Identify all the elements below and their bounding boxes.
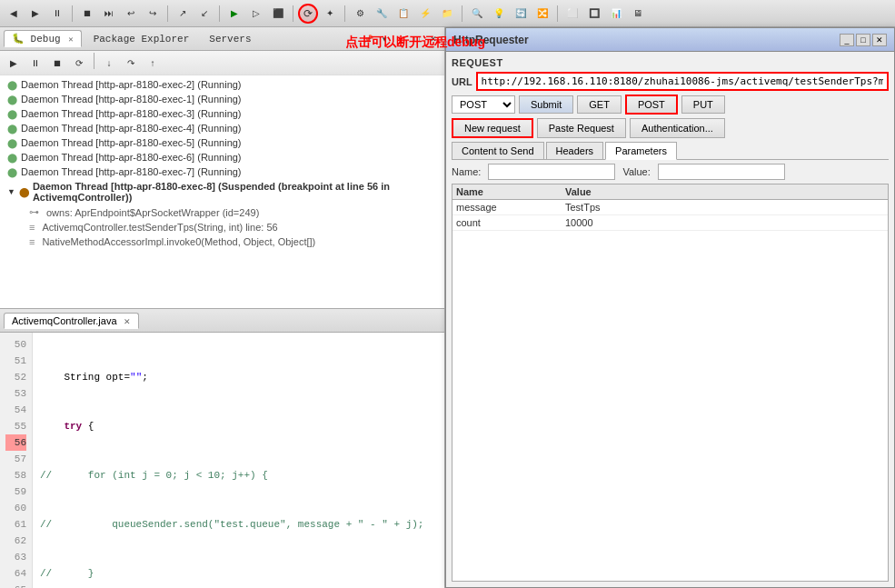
toolbar-btn-7[interactable]: ↪ <box>143 4 163 24</box>
thread-icon-1: ⬤ <box>7 95 17 105</box>
tab-debug[interactable]: 🐛 Debug ✕ <box>4 30 82 47</box>
thread-item-7[interactable]: ▼ ⬤ Daemon Thread [http-apr-8180-exec-8]… <box>0 179 444 204</box>
toolbar-btn-4[interactable]: ⏹ <box>77 4 97 24</box>
url-label: URL <box>452 76 472 87</box>
ln-65: 65 <box>5 582 26 588</box>
authentication-button[interactable]: Authentication... <box>630 118 725 138</box>
toolbar-btn-11[interactable]: ✦ <box>320 4 340 24</box>
dialog-minimize[interactable]: _ <box>840 34 854 46</box>
toolbar-btn-16[interactable]: 📁 <box>437 4 457 24</box>
dialog-maximize[interactable]: □ <box>856 34 870 46</box>
debug-panel-pin[interactable]: 📌 <box>361 32 375 46</box>
thread-sub-2[interactable]: ≡ NativeMethodAccessorImpl.invoke0(Metho… <box>0 234 444 249</box>
resume-btn[interactable]: ▶ <box>4 53 24 73</box>
toolbar-btn-2[interactable]: ▶ <box>25 4 45 24</box>
get-button[interactable]: GET <box>577 95 622 114</box>
name-field-input[interactable] <box>488 164 615 180</box>
thread-name-0: Daemon Thread [http-apr-8180-exec-2] (Ru… <box>21 79 242 90</box>
toolbar-btn-12[interactable]: ⚙ <box>350 4 370 24</box>
thread-item-0[interactable]: ⬤ Daemon Thread [http-apr-8180-exec-2] (… <box>0 77 444 92</box>
tab-parameters[interactable]: Parameters <box>605 142 677 160</box>
toolbar-btn-5[interactable]: ⏭ <box>99 4 119 24</box>
thread-expand-7[interactable]: ▼ <box>7 187 15 196</box>
thread-name-1: Daemon Thread [http-apr-8180-exec-1] (Ru… <box>21 94 242 105</box>
toolbar-btn-23[interactable]: 📊 <box>606 4 626 24</box>
tab-servers[interactable]: Servers <box>201 31 259 47</box>
thread-sub-0[interactable]: ⊶ owns: AprEndpoint$AprSocketWrapper (id… <box>0 204 444 220</box>
toolbar-btn-19[interactable]: 🔄 <box>511 4 531 24</box>
disconnect-debug-button[interactable]: ⟳ <box>298 4 318 24</box>
debug-tab-close[interactable]: ✕ <box>68 35 73 45</box>
ln-50: 50 <box>5 336 26 353</box>
debug-panel-min[interactable]: _ <box>393 32 408 46</box>
editor-tab-close[interactable]: ✕ <box>124 317 131 326</box>
submit-button[interactable]: Submit <box>519 95 573 114</box>
toolbar-btn-15[interactable]: ⚡ <box>415 4 435 24</box>
step-into-btn[interactable]: ↓ <box>99 53 119 73</box>
ln-51: 51 <box>5 353 26 369</box>
toolbar-btn-6[interactable]: ↩ <box>121 4 141 24</box>
tab-content-to-send[interactable]: Content to Send <box>452 142 544 159</box>
paste-request-button[interactable]: Paste Request <box>537 118 626 138</box>
toolbar-btn-3[interactable]: ⏸ <box>47 4 67 24</box>
toolbar-btn-13[interactable]: 🔧 <box>372 4 392 24</box>
tab-headers[interactable]: Headers <box>546 142 604 159</box>
thread-item-6[interactable]: ⬤ Daemon Thread [http-apr-8180-exec-7] (… <box>0 164 444 179</box>
editor-tab-activemq[interactable]: ActivemqController.java ✕ <box>4 313 139 329</box>
toolbar-btn-24[interactable]: 🖥 <box>628 4 648 24</box>
method-select[interactable]: POST GET PUT DELETE <box>452 95 515 114</box>
dialog-close[interactable]: ✕ <box>872 34 887 46</box>
toolbar-btn-10[interactable]: ⬛ <box>268 4 288 24</box>
toolbar-btn-14[interactable]: 📋 <box>393 4 413 24</box>
ln-63: 63 <box>5 549 26 565</box>
value-field-input[interactable] <box>658 164 785 180</box>
debug-panel-close[interactable]: ✕ <box>426 32 441 46</box>
thread-item-1[interactable]: ⬤ Daemon Thread [http-apr-8180-exec-1] (… <box>0 92 444 106</box>
sep-6 <box>462 5 462 22</box>
stack-icon-2: ≡ <box>29 236 35 247</box>
dbg-sep <box>94 53 94 69</box>
put-button[interactable]: PUT <box>681 95 725 114</box>
toolbar-btn-debug-run[interactable]: ▷ <box>246 4 266 24</box>
thread-item-5[interactable]: ⬤ Daemon Thread [http-apr-8180-exec-6] (… <box>0 150 444 164</box>
debug-panel-tabs: 🐛 Debug ✕ Package Explorer Servers 📌 ▾ _… <box>0 27 444 51</box>
ln-54: 54 <box>5 402 26 418</box>
toolbar-btn-18[interactable]: 💡 <box>489 4 509 24</box>
debug-toolbar: ▶ ⏸ ⏹ ⟳ ↓ ↷ ↑ <box>0 51 444 75</box>
toolbar-btn-9[interactable]: ↙ <box>194 4 214 24</box>
thread-item-2[interactable]: ⬤ Daemon Thread [http-apr-8180-exec-3] (… <box>0 106 444 121</box>
thread-name-6: Daemon Thread [http-apr-8180-exec-7] (Ru… <box>21 166 242 177</box>
step-over-btn[interactable]: ↷ <box>121 53 141 73</box>
ln-58: 58 <box>5 467 26 483</box>
debug-panel-max[interactable]: □ <box>410 32 424 46</box>
toolbar-btn-8[interactable]: ↗ <box>173 4 193 24</box>
ln-61: 61 <box>5 516 26 533</box>
toolbar-btn-17[interactable]: 🔍 <box>467 4 487 24</box>
debug-panel-menu[interactable]: ▾ <box>377 32 392 46</box>
toolbar-btn-run[interactable]: ▶ <box>224 4 244 24</box>
toolbar-btn-22[interactable]: 🔲 <box>584 4 604 24</box>
url-input[interactable] <box>476 72 889 91</box>
thread-name-3: Daemon Thread [http-apr-8180-exec-4] (Ru… <box>21 123 242 134</box>
thread-item-4[interactable]: ⬤ Daemon Thread [http-apr-8180-exec-5] (… <box>0 135 444 150</box>
editor-tab-label: ActivemqController.java <box>12 315 117 326</box>
toolbar-btn-20[interactable]: 🔀 <box>532 4 552 24</box>
new-request-button[interactable]: New request <box>452 118 533 138</box>
thread-icon-0: ⬤ <box>7 80 17 90</box>
step-return-btn[interactable]: ↑ <box>143 53 163 73</box>
disconnect-btn[interactable]: ⟳ <box>69 53 89 73</box>
toolbar-btn-1[interactable]: ◀ <box>4 4 24 24</box>
toolbar-btn-21[interactable]: ⬜ <box>562 4 582 24</box>
code-line-50: String opt=""; <box>40 369 423 385</box>
param-row-1[interactable]: count 10000 <box>452 215 888 231</box>
tab-package-explorer[interactable]: Package Explorer <box>85 31 198 47</box>
name-value-input-row: Name: Value: <box>452 164 889 180</box>
post-button[interactable]: POST <box>625 95 678 115</box>
thread-icon-7: ⬤ <box>19 187 29 197</box>
owns-text: owns: AprEndpoint$AprSocketWrapper (id=2… <box>46 207 259 218</box>
param-row-0[interactable]: message TestTps <box>452 200 888 215</box>
thread-sub-1[interactable]: ≡ ActivemqController.testSenderTps(Strin… <box>0 220 444 234</box>
suspend-btn[interactable]: ⏸ <box>25 53 45 73</box>
terminate-btn[interactable]: ⏹ <box>47 53 67 73</box>
thread-item-3[interactable]: ⬤ Daemon Thread [http-apr-8180-exec-4] (… <box>0 121 444 135</box>
